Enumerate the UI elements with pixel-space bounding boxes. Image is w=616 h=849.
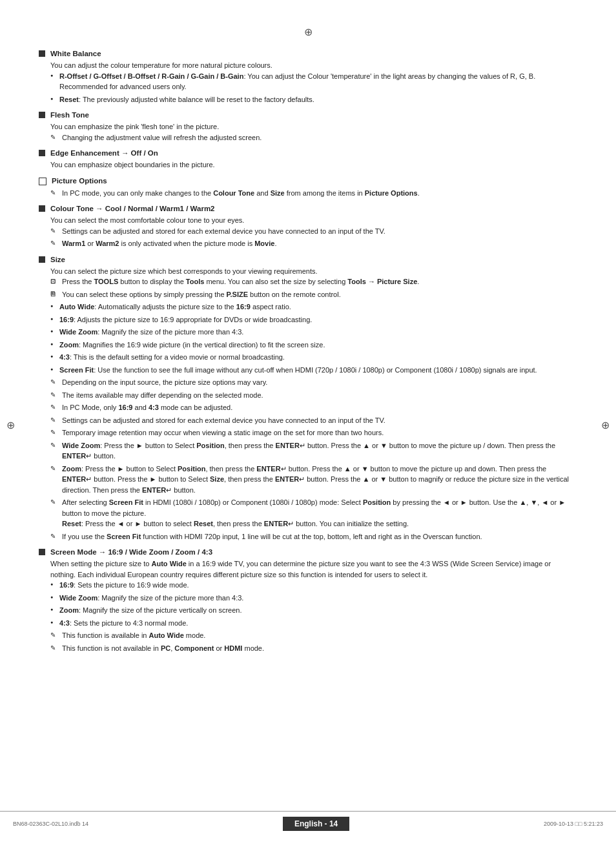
- footer-right-text: 2009-10-13 □□ 5:21:23: [544, 821, 603, 827]
- section-intro: You can adjust the colour temperature fo…: [50, 60, 577, 71]
- square-bullet: [39, 150, 45, 156]
- section-screen-mode: Screen Mode → 16:9 / Wide Zoom / Zoom / …: [39, 548, 577, 653]
- remote-note-item: ⊞ You can select these options by simply…: [50, 289, 577, 300]
- footer-left-text: BN68-02363C-02L10.indb 14: [13, 821, 88, 827]
- bullet-item: R-Offset / G-Offset / B-Offset / R-Gain …: [50, 71, 577, 92]
- bullet-item: 16:9: Adjusts the picture size to 16:9 a…: [50, 314, 577, 325]
- section-picture-options: Picture Options In PC mode, you can only…: [39, 177, 577, 199]
- bullet-item: Wide Zoom: Magnify the size of the pictu…: [50, 327, 577, 338]
- square-bullet: [39, 256, 45, 263]
- note-item: Settings can be adjusted and stored for …: [50, 226, 577, 237]
- bullet-item: 4:3: Sets the picture to 4:3 normal mode…: [50, 618, 577, 629]
- note-item: Depending on the input source, the pictu…: [50, 377, 577, 388]
- section-intro: You can select the picture size which be…: [50, 266, 577, 277]
- section-title-picture-options: Picture Options: [52, 177, 107, 185]
- note-item: If you use the Screen Fit function with …: [50, 531, 577, 542]
- note-item: Warm1 or Warm2 is only activated when th…: [50, 238, 577, 249]
- bullet-item: Zoom: Magnifies the 16:9 wide picture (i…: [50, 340, 577, 351]
- section-title-flesh-tone: Flesh Tone: [50, 111, 89, 119]
- section-intro: You can emphasize the pink 'flesh tone' …: [50, 121, 577, 132]
- note-item: The items available may differ depending…: [50, 390, 577, 401]
- note-item: Settings can be adjusted and stored for …: [50, 415, 577, 426]
- bullet-item: Zoom: Magnify the size of the picture ve…: [50, 605, 577, 616]
- section-title-size: Size: [50, 256, 65, 263]
- note-item: In PC mode, you can only make changes to…: [50, 188, 577, 199]
- note-item: This function is available in Auto Wide …: [50, 630, 577, 641]
- square-bullet: [39, 112, 45, 118]
- bullet-item: Screen Fit: Use the function to see the …: [50, 365, 577, 376]
- section-colour-tone: Colour Tone → Cool / Normal / Warm1 / Wa…: [39, 205, 577, 249]
- left-margin-icon: ⊕: [6, 418, 15, 431]
- note-item: Zoom: Press the ► button to Select Posit…: [50, 464, 577, 496]
- square-bullet: [39, 50, 45, 57]
- checkbox-bullet: [39, 178, 46, 185]
- section-size: Size You can select the picture size whi…: [39, 256, 577, 542]
- bullet-item: 4:3: This is the default setting for a v…: [50, 352, 577, 363]
- section-title-edge-enhancement: Edge Enhancement → Off / On: [50, 149, 158, 157]
- note-item: Temporary image retention may occur when…: [50, 427, 577, 438]
- section-white-balance: White Balance You can adjust the colour …: [39, 50, 577, 105]
- top-crosshair-icon: ⊕: [39, 26, 577, 38]
- bullet-item: Wide Zoom: Magnify the size of the pictu…: [50, 593, 577, 604]
- bullet-item: Reset: The previously adjusted white bal…: [50, 94, 577, 105]
- page: ⊕ ⊕ ⊕ White Balance You can adjust the c…: [0, 0, 616, 849]
- section-intro: You can emphasize object boundaries in t…: [50, 159, 577, 170]
- note-item: This function is not available in PC, Co…: [50, 643, 577, 654]
- bullet-item: Auto Wide: Automatically adjusts the pic…: [50, 302, 577, 312]
- section-intro: When setting the picture size to Auto Wi…: [50, 558, 577, 580]
- section-title-colour-tone: Colour Tone → Cool / Normal / Warm1 / Wa…: [50, 205, 215, 212]
- section-title-white-balance: White Balance: [50, 50, 101, 57]
- square-bullet: [39, 549, 45, 555]
- footer: BN68-02363C-02L10.indb 14 English - 14 2…: [0, 811, 616, 836]
- section-edge-enhancement: Edge Enhancement → Off / On You can emph…: [39, 149, 577, 170]
- square-bullet: [39, 205, 45, 212]
- section-intro: You can select the most comfortable colo…: [50, 215, 577, 226]
- bullet-item: 16:9: Sets the picture to 16:9 wide mode…: [50, 580, 577, 591]
- right-margin-icon: ⊕: [601, 418, 610, 431]
- footer-center-text: English - 14: [283, 817, 349, 831]
- note-item: Wide Zoom: Press the ► button to Select …: [50, 440, 577, 462]
- tools-note-item: ⊡ Press the TOOLS button to display the …: [50, 276, 577, 287]
- section-flesh-tone: Flesh Tone You can emphasize the pink 'f…: [39, 111, 577, 143]
- note-item: After selecting Screen Fit in HDMI (1080…: [50, 497, 577, 529]
- note-item: Changing the adjustment value will refre…: [50, 132, 577, 143]
- section-title-screen-mode: Screen Mode → 16:9 / Wide Zoom / Zoom / …: [50, 548, 212, 556]
- note-item: In PC Mode, only 16:9 and 4:3 mode can b…: [50, 402, 577, 413]
